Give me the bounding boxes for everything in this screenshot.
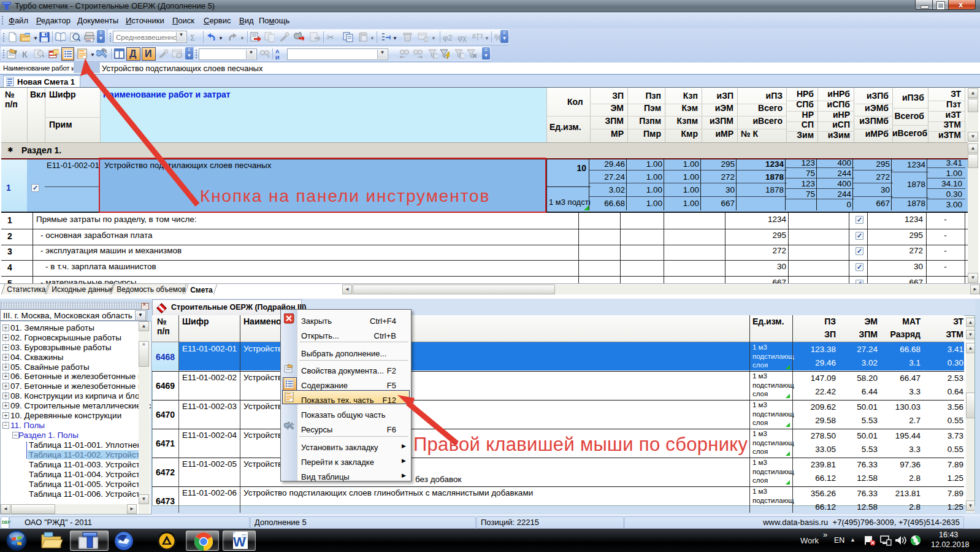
svg-text:W: W <box>233 534 246 550</box>
